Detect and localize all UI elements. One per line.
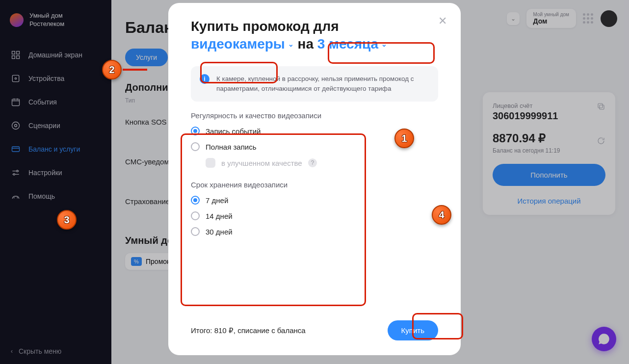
radio-icon: [191, 211, 200, 220]
radio-icon: [191, 142, 200, 151]
modal-title: Купить промокод для видеокамеры⌄ на 3 ме…: [191, 18, 438, 53]
info-icon: i: [200, 74, 210, 84]
modal-footer: Итого: 810 ₽, списание с баланса Купить: [191, 320, 438, 340]
info-text: К камере, купленной в рассрочку, нельзя …: [216, 74, 429, 94]
chevron-down-icon: ⌄: [288, 40, 294, 49]
radio-7days[interactable]: 7 дней: [191, 196, 438, 205]
help-tooltip-icon[interactable]: ?: [308, 158, 317, 167]
quality-checkbox-row[interactable]: в улучшенном качестве ?: [206, 158, 438, 168]
period-dropdown[interactable]: 3 месяца⌄: [317, 35, 387, 53]
radio-icon: [191, 227, 200, 236]
storage-title: Срок хранения видеозаписи: [191, 181, 438, 189]
promo-modal: ✕ Купить промокод для видеокамеры⌄ на 3 …: [168, 3, 461, 355]
checkbox-icon: [206, 158, 215, 168]
close-icon[interactable]: ✕: [438, 15, 447, 27]
buy-button[interactable]: Купить: [388, 320, 438, 340]
regularity-title: Регулярность и качество видеозаписи: [191, 111, 438, 120]
callout-badge-1: 1: [394, 129, 414, 148]
chevron-down-icon: ⌄: [381, 40, 387, 49]
radio-icon: [191, 127, 200, 135]
callout-badge-3: 3: [57, 210, 77, 230]
radio-14days[interactable]: 14 дней: [191, 211, 438, 220]
callout-badge-4: 4: [432, 205, 451, 225]
modal-overlay: ✕ Купить промокод для видеокамеры⌄ на 3 …: [0, 0, 629, 364]
total-text: Итого: 810 ₽, списание с баланса: [191, 326, 306, 335]
info-banner: i К камере, купленной в рассрочку, нельз…: [191, 66, 438, 102]
device-dropdown[interactable]: видеокамеры⌄: [191, 35, 294, 53]
radio-30days[interactable]: 30 дней: [191, 227, 438, 236]
callout-badge-2: 2: [102, 60, 122, 79]
radio-icon: [191, 196, 200, 205]
